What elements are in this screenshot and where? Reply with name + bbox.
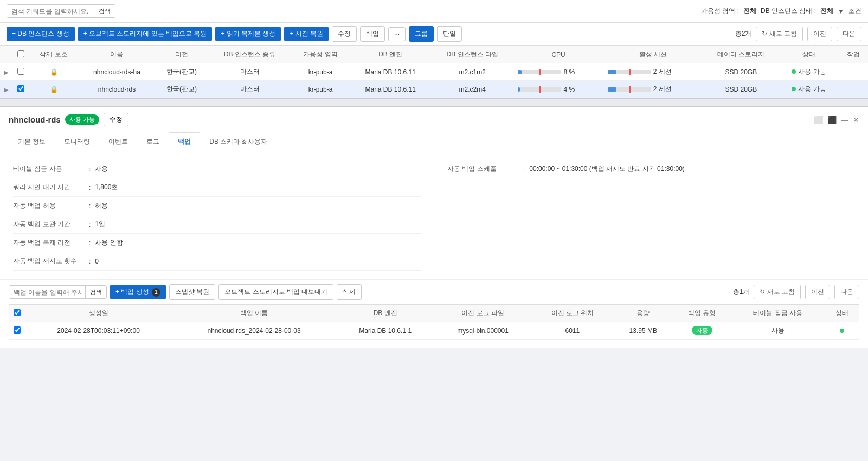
session-marker	[629, 86, 631, 93]
next-button[interactable]: 다음	[837, 27, 861, 41]
section-divider	[0, 98, 868, 107]
instance-type-header: DB 인스턴스 종류	[208, 46, 291, 63]
close-icon[interactable]: ✕	[853, 116, 859, 124]
backup-total-count: 총1개	[733, 287, 750, 297]
backup-table-lock-cell: 사용	[731, 322, 825, 340]
backup-prev-button[interactable]: 이전	[805, 285, 830, 299]
lock-icon: 🔒	[50, 68, 58, 76]
create-backup-button[interactable]: + 백업 생성 1	[110, 285, 166, 299]
maximize-icon[interactable]: ⬜	[814, 116, 823, 124]
backup-name-header: 백업 이름	[172, 305, 336, 322]
status-cell: 사용 가능	[780, 81, 839, 98]
row-checkbox[interactable]	[17, 68, 24, 75]
filter-icon[interactable]: ▼	[838, 8, 844, 15]
filter-label[interactable]: 조건	[848, 7, 861, 16]
table-lock-value: 사용	[95, 164, 108, 174]
export-backup-button[interactable]: 오브젝트 스토리지로 백업 내보내기	[218, 284, 333, 300]
session-bar-container: 2 세션	[608, 67, 698, 76]
restore-point-button[interactable]: + 시점 복원	[284, 27, 329, 41]
status-cell: 사용 가능	[780, 63, 839, 81]
field-auto-backup-retention: 자동 백업 보관 기간 : 1일	[13, 215, 421, 234]
tab-event[interactable]: 이벤트	[99, 132, 137, 151]
backup-search-input[interactable]	[9, 286, 85, 298]
tab-basic-info[interactable]: 기본 정보	[9, 132, 55, 151]
single-button[interactable]: 단일	[437, 26, 462, 42]
expand-cell[interactable]: ▶	[0, 63, 13, 81]
backup-select-all[interactable]	[14, 309, 21, 316]
availability-cell: kr-pub-a	[291, 63, 350, 81]
instance-type-cell: 마스터	[208, 63, 291, 81]
create-replica-button[interactable]: + 읽기 복제본 생성	[215, 27, 281, 41]
region-cell: 한국(판교)	[155, 63, 209, 81]
backup-next-button[interactable]: 다음	[834, 285, 859, 299]
sessions-header: 활성 세션	[603, 46, 703, 63]
search-button[interactable]: 검색	[94, 5, 115, 17]
tab-db-schema[interactable]: DB 스키마 & 사용자	[200, 132, 277, 151]
query-delay-value: 1,800초	[95, 183, 118, 192]
backup-status-dot	[840, 329, 844, 333]
prev-button[interactable]: 이전	[807, 27, 832, 41]
region-header: 리전	[155, 46, 209, 63]
tab-backup[interactable]: 백업	[169, 132, 200, 151]
colon: :	[89, 258, 91, 265]
availability-cell: kr-pub-a	[291, 81, 350, 98]
status-dot	[792, 87, 796, 91]
tab-log[interactable]: 로그	[137, 132, 169, 151]
cpu-marker	[539, 86, 541, 93]
auto-backup-allow-label: 자동 백업 허용	[13, 201, 89, 210]
field-query-delay: 쿼리 지연 대기 시간 : 1,800초	[13, 178, 421, 197]
search-input[interactable]	[7, 5, 94, 17]
backup-size-header: 용량	[614, 305, 672, 322]
group-button[interactable]: 그룹	[409, 26, 434, 42]
delete-protect-cell: 🔒	[29, 81, 79, 98]
minimize-icon[interactable]: —	[841, 116, 848, 124]
backup-db-engine-header: DB 엔진	[336, 305, 434, 322]
delete-backup-button[interactable]: 삭제	[337, 284, 362, 300]
expand-cell[interactable]: ▶	[0, 81, 13, 98]
expand-col-header	[0, 46, 13, 63]
tab-monitoring[interactable]: 모니터링	[55, 132, 99, 151]
detail-content: 테이블 잠금 사용 : 사용 쿼리 지연 대기 시간 : 1,800초 자동 백…	[0, 151, 868, 279]
restore-object-button[interactable]: + 오브젝트 스토리지에 있는 백업으로 복원	[78, 27, 213, 41]
db-status-label: DB 인스턴스 상태 :	[761, 7, 816, 16]
backup-row-check[interactable]	[9, 322, 25, 340]
row-checkbox[interactable]	[17, 85, 24, 92]
refresh-button[interactable]: ↻ 새로 고침	[756, 27, 803, 41]
backup-date-header: 생성일	[25, 305, 172, 322]
checkbox-cell[interactable]	[13, 63, 29, 81]
more-button[interactable]: ···	[388, 27, 406, 41]
cpu-bar-fill	[518, 87, 519, 92]
cpu-bar-bg	[518, 70, 561, 74]
snapshot-restore-button[interactable]: 스냅샷 복원	[169, 284, 215, 300]
backup-count-badge: 1	[152, 288, 160, 297]
backup-row-checkbox[interactable]	[14, 326, 21, 334]
checkbox-cell[interactable]	[13, 81, 29, 98]
action-bar-right: 총2개 ↻ 새로 고침 이전 다음	[735, 27, 861, 41]
db-engine-header: DB 엔진	[350, 46, 431, 63]
session-marker	[629, 69, 631, 75]
table-row: ▶ 🔒 nhncloud-rds 한국(판교) 마스터 kr-pub-a Mar…	[0, 81, 868, 98]
backup-search-button[interactable]: 검색	[85, 286, 106, 298]
backup-button[interactable]: 백업	[360, 26, 385, 42]
select-all-checkbox[interactable]	[17, 50, 24, 57]
action-cell	[838, 81, 868, 98]
backup-bin-log-pos-header: 이진 로그 위치	[531, 305, 614, 322]
available-badge: 사용 가능	[65, 114, 99, 125]
create-db-button[interactable]: + DB 인스턴스 생성	[7, 27, 75, 41]
lock-icon: 🔒	[50, 86, 58, 93]
detail-edit-button[interactable]: 수정	[104, 113, 128, 126]
cpu-cell: 8 %	[513, 63, 603, 81]
edit-button[interactable]: 수정	[332, 26, 357, 42]
table-lock-label: 테이블 잠금 사용	[13, 164, 89, 174]
backup-name-cell: nhncloud-rds_2024-02-28-00-03	[172, 322, 336, 340]
backup-type-header: 백업 유형	[672, 305, 731, 322]
cpu-bar-fill	[518, 70, 521, 74]
backup-refresh-button[interactable]: ↻ 새로 고침	[754, 285, 801, 299]
region-cell: 한국(판교)	[155, 81, 209, 98]
field-table-lock: 테이블 잠금 사용 : 사용	[13, 160, 421, 178]
detail-panel: nhncloud-rds 사용 가능 수정 ⬜ ⬛ — ✕ 기본 정보 모니터링…	[0, 107, 868, 348]
cpu-value: 4 %	[563, 86, 575, 93]
restore-icon[interactable]: ⬛	[827, 116, 837, 124]
db-engine-cell: Maria DB 10.6.11	[350, 81, 431, 98]
cpu-bar-container: 4 %	[518, 86, 599, 93]
